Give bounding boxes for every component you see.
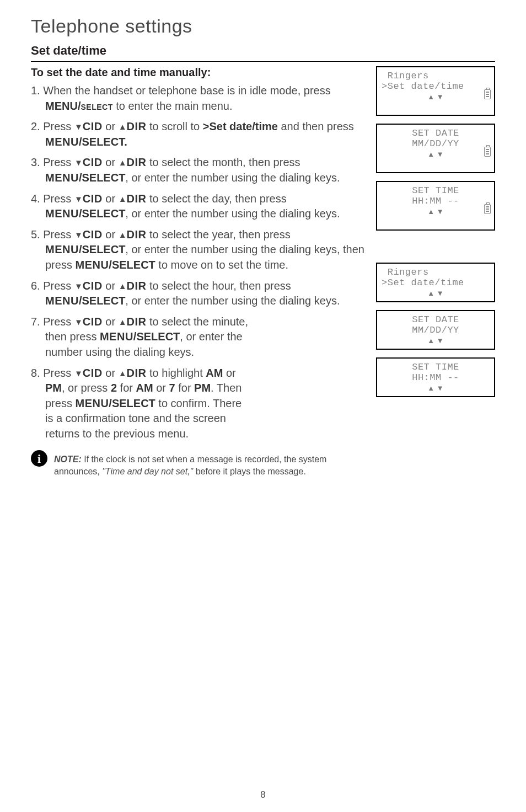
key-label: 7 [169,382,175,394]
step-number: 3. [31,156,40,168]
side-column: Ringers >Set date/time ▲ ▼ SET DATE MM/D… [376,66,495,478]
down-triangle-icon: ▼ [74,230,83,239]
step-text: Press [43,367,74,379]
step-text: or [103,367,119,379]
step-number: 5. [31,228,40,241]
down-triangle-icon: ▼ [74,281,83,291]
lcd-line: HH:MM -- [382,196,490,206]
subheading: To set the date and time manually: [31,66,369,79]
key-label: /SELECT [109,259,155,271]
step-text: or [103,316,119,328]
key-smallcaps: CID [83,228,103,241]
step-text: to select the month, then press [146,156,300,168]
step-6: 6. Press ▼CID or ▲DIR to select the hour… [31,279,369,309]
step-text: , or enter the number using the dialing … [125,295,340,307]
updown-icon: ▲ ▼ [382,339,490,343]
page-title: Telephone settings [31,15,495,37]
step-text: , or enter the number using the dialing … [125,207,340,220]
note: i NOTE: If the clock is not set when a m… [31,453,340,477]
key-smallcaps: CID [83,280,103,292]
steps-list: 1. When the handset or telephone base is… [31,83,369,441]
lcd-line: SET TIME [382,185,490,196]
step-text: , or press [62,382,111,394]
key-label: /SELECT [79,295,125,307]
section-rule [31,61,495,62]
key-label: PM [194,382,211,394]
step-text: to move on to set the time. [155,259,288,271]
key-smallcaps: MENU [75,397,109,409]
menu-target: >Set date/time [203,120,278,132]
step-number: 7. [31,316,40,328]
lcd-screen-2: SET DATE MM/DD/YY ▲ ▼ [376,124,495,173]
lcd-line: >Set date/time [382,277,490,288]
lcd-line: Ringers [382,267,490,277]
key-label: AM [206,367,223,379]
lcd-line: HH:MM -- [382,372,490,383]
key-label: PM [45,382,62,394]
step-4: 4. Press ▼CID or ▲DIR to select the day,… [31,191,369,222]
step-text: for [175,382,194,394]
page-number: 8 [0,790,526,800]
content-row: To set the date and time manually: 1. Wh… [31,66,495,478]
key-label: /SELECT [109,397,155,409]
key-smallcaps: CID [83,316,103,328]
down-triangle-icon: ▼ [74,317,83,327]
down-triangle-icon: ▼ [74,368,83,378]
up-triangle-icon: ▲ [119,194,127,204]
key-smallcaps: DIR [127,228,147,241]
lcd-screen-4: Ringers >Set date/time ▲ ▼ [376,263,495,302]
key-label: /SELECT [79,207,125,220]
key-smallcaps: DIR [127,193,147,205]
step-text: or [103,280,119,292]
step-number: 6. [31,280,40,292]
key-smallcaps: MENU [45,172,79,184]
step-7: 7. Press ▼CID or ▲DIR to select the minu… [31,314,369,360]
up-triangle-icon: ▲ [119,230,127,239]
key-smallcaps: CID [83,193,103,205]
info-icon: i [31,450,47,467]
updown-icon: ▲ ▼ [382,152,490,157]
battery-icon [484,204,491,214]
updown-icon: ▲ ▼ [382,95,490,99]
step-text: to select the day, then press [146,193,286,205]
key-smallcaps: MENU [75,259,109,271]
updown-icon: ▲ ▼ [382,291,490,296]
step-text: Press [43,120,74,132]
step-text: When the handset or telephone base is in… [43,84,330,97]
step-number: 4. [31,193,40,205]
step-text: to enter the main menu. [113,100,233,112]
step-text: Press [43,316,74,328]
step-number: 1. [31,84,40,97]
note-text: before it plays the message. [193,467,306,476]
step-text: or [103,156,119,168]
key-smallcaps: CID [83,120,103,132]
up-triangle-icon: ▲ [119,368,127,378]
step-text: or [103,228,119,241]
step-text: or [223,367,235,379]
key-smallcaps: DIR [127,156,147,168]
step-text: to scroll to [146,120,202,132]
main-column: To set the date and time manually: 1. Wh… [31,66,369,478]
lcd-screen-1: Ringers >Set date/time ▲ ▼ [376,66,495,116]
down-triangle-icon: ▼ [74,122,83,131]
key-label: MENU/ [45,100,80,112]
updown-icon: ▲ ▼ [382,386,490,391]
key-smallcaps: DIR [127,367,147,379]
up-triangle-icon: ▲ [119,122,127,131]
lcd-line: MM/DD/YY [382,138,490,149]
step-1: 1. When the handset or telephone base is… [31,83,369,114]
key-smallcaps: MENU [45,207,79,220]
section-heading: Set date/time [31,44,495,58]
lcd-line: SET DATE [382,314,490,325]
step-text: or [153,382,169,394]
key-smallcaps: CID [83,367,103,379]
key-smallcaps: MENU [45,136,79,148]
lcd-line: >Set date/time [382,81,490,92]
step-8: 8. Press ▼CID or ▲DIR to highlight AM or… [31,366,369,442]
step-number: 8. [31,367,40,379]
step-text: and then press [278,120,354,132]
step-text: Press [43,228,74,241]
key-label: /SELECT [133,330,180,343]
step-text: , or enter the number using the dialing … [125,172,340,184]
key-smallcaps: DIR [127,316,147,328]
